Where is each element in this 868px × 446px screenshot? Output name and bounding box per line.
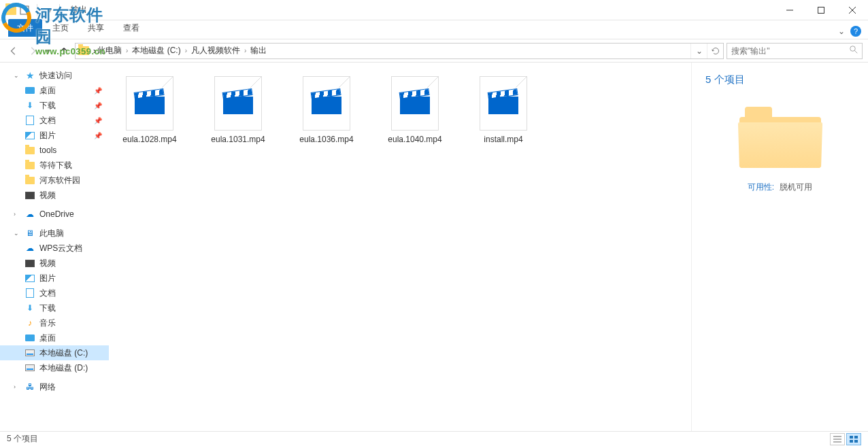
- close-button[interactable]: [837, 0, 868, 20]
- file-name: eula.1040.mp4: [388, 135, 441, 144]
- address-bar[interactable]: › 此电脑› 本地磁盘 (C:)› 凡人视频软件› 输出 ⌄: [75, 43, 724, 59]
- sidebar-label: 网络: [39, 381, 56, 393]
- breadcrumb: 此电脑› 本地磁盘 (C:)› 凡人视频软件› 输出: [96, 45, 268, 56]
- pictures-icon: [25, 132, 35, 139]
- sidebar-item-music[interactable]: ♪音乐: [0, 315, 109, 330]
- view-icons-button[interactable]: [846, 433, 861, 445]
- folder-icon: [25, 177, 35, 184]
- help-icon[interactable]: ?: [850, 26, 861, 37]
- file-item[interactable]: install.mp4: [469, 76, 537, 144]
- sidebar-label: 桌面: [39, 332, 56, 344]
- sidebar-item-desktop2[interactable]: 桌面: [0, 330, 109, 345]
- pin-icon: 📌: [94, 117, 102, 124]
- sidebar-label: 本地磁盘 (C:): [39, 347, 88, 359]
- sidebar-item-tools[interactable]: tools: [0, 143, 109, 158]
- ribbon-expand-icon[interactable]: ⌄: [838, 27, 845, 36]
- status-bar: 5 个项目: [0, 431, 868, 446]
- nav-up-button[interactable]: [56, 43, 72, 59]
- sidebar-label: 本地磁盘 (D:): [39, 362, 88, 374]
- sidebar-label: 图片: [39, 273, 56, 284]
- pin-icon: 📌: [94, 102, 102, 109]
- svg-rect-0: [20, 6, 29, 14]
- sidebar-item-drivec[interactable]: 本地磁盘 (C:): [0, 345, 109, 360]
- video-file-icon: [400, 91, 430, 116]
- navigation-sidebar: ⌄★快速访问 桌面📌 ⬇下载📌 文档📌 图片📌 tools 等待下载 河东软件园…: [0, 63, 109, 431]
- sidebar-item-wps[interactable]: ☁WPS云文档: [0, 241, 109, 256]
- svg-rect-13: [854, 440, 858, 443]
- sidebar-item-video[interactable]: 视频: [0, 188, 109, 203]
- svg-line-6: [855, 51, 858, 54]
- sidebar-item-downloads[interactable]: ⬇下载📌: [0, 98, 109, 113]
- file-name: eula.1031.mp4: [211, 135, 265, 144]
- crumb-folder2[interactable]: 输出: [249, 45, 268, 56]
- sidebar-label: 快速访问: [39, 70, 72, 82]
- sidebar-label: OneDrive: [39, 209, 74, 219]
- search-icon[interactable]: [850, 46, 858, 56]
- svg-rect-12: [850, 440, 853, 443]
- maximize-button[interactable]: [805, 0, 837, 20]
- cloud-icon: ☁: [24, 209, 35, 220]
- nav-back-button[interactable]: [5, 43, 22, 59]
- document-icon: [26, 116, 34, 125]
- svg-point-5: [850, 46, 856, 52]
- file-item[interactable]: eula.1036.mp4: [293, 76, 361, 144]
- details-pane: 5 个项目 可用性: 脱机可用: [691, 63, 868, 431]
- address-folder-icon: [78, 46, 89, 55]
- file-list[interactable]: eula.1028.mp4 eula.1031.mp4 eula.1036.mp…: [109, 63, 691, 431]
- star-icon: ★: [24, 70, 35, 81]
- file-thumbnail: [480, 76, 527, 131]
- sidebar-onedrive[interactable]: ›☁OneDrive: [0, 207, 109, 222]
- sidebar-item-waitdl[interactable]: 等待下载: [0, 158, 109, 173]
- qat-props-icon[interactable]: [19, 5, 30, 16]
- chevron-right-icon[interactable]: ›: [182, 47, 190, 54]
- minimize-button[interactable]: [774, 0, 805, 20]
- svg-rect-11: [854, 436, 858, 439]
- crumb-drivec[interactable]: 本地磁盘 (C:): [131, 45, 182, 56]
- network-icon: 🖧: [24, 381, 35, 392]
- chevron-right-icon[interactable]: ›: [241, 47, 249, 54]
- window-title: 输出: [71, 4, 87, 16]
- address-dropdown-button[interactable]: ⌄: [690, 44, 707, 58]
- sidebar-label: 下载: [39, 100, 56, 112]
- tab-share[interactable]: 共享: [79, 19, 113, 37]
- sidebar-quick-access[interactable]: ⌄★快速访问: [0, 68, 109, 83]
- drive-icon: [25, 349, 35, 356]
- nav-forward-button[interactable]: [24, 43, 41, 59]
- crumb-thispc[interactable]: 此电脑: [96, 45, 123, 56]
- drive-icon: [25, 364, 35, 371]
- search-box[interactable]: [727, 43, 863, 59]
- sidebar-item-video2[interactable]: 视频: [0, 256, 109, 271]
- sidebar-thispc[interactable]: ⌄🖥此电脑: [0, 226, 109, 241]
- folder-icon: [25, 162, 35, 169]
- tab-view[interactable]: 查看: [114, 19, 148, 37]
- nav-history-dropdown[interactable]: ▾: [44, 43, 53, 59]
- sidebar-label: 等待下载: [39, 160, 72, 171]
- sidebar-item-documents2[interactable]: 文档: [0, 286, 109, 301]
- video-file-icon: [312, 91, 341, 116]
- sidebar-item-documents[interactable]: 文档📌: [0, 113, 109, 128]
- sidebar-item-drived[interactable]: 本地磁盘 (D:): [0, 360, 109, 375]
- crumb-folder1[interactable]: 凡人视频软件: [190, 45, 241, 56]
- sidebar-item-downloads2[interactable]: ⬇下载: [0, 301, 109, 315]
- tab-home[interactable]: 主页: [44, 19, 78, 37]
- file-item[interactable]: eula.1028.mp4: [116, 76, 184, 144]
- sidebar-item-pictures2[interactable]: 图片: [0, 271, 109, 286]
- sidebar-item-desktop[interactable]: 桌面📌: [0, 83, 109, 98]
- file-thumbnail: [303, 76, 350, 131]
- search-input[interactable]: [731, 46, 850, 56]
- document-icon: [26, 288, 34, 298]
- download-icon: ⬇: [24, 100, 35, 111]
- sidebar-item-pictures[interactable]: 图片📌: [0, 128, 109, 143]
- chevron-right-icon[interactable]: ›: [123, 47, 131, 54]
- tab-file[interactable]: 文件: [8, 19, 42, 37]
- refresh-button[interactable]: [707, 44, 723, 58]
- folder-large-icon: [739, 107, 821, 168]
- view-details-button[interactable]: [830, 433, 845, 445]
- sidebar-item-hedong[interactable]: 河东软件园: [0, 173, 109, 188]
- sidebar-network[interactable]: ›🖧网络: [0, 379, 109, 394]
- qat-dropdown-icon[interactable]: ▾: [44, 5, 55, 16]
- file-item[interactable]: eula.1031.mp4: [204, 76, 272, 144]
- svg-rect-2: [818, 7, 824, 13]
- file-item[interactable]: eula.1040.mp4: [381, 76, 449, 144]
- video-icon: [25, 260, 35, 267]
